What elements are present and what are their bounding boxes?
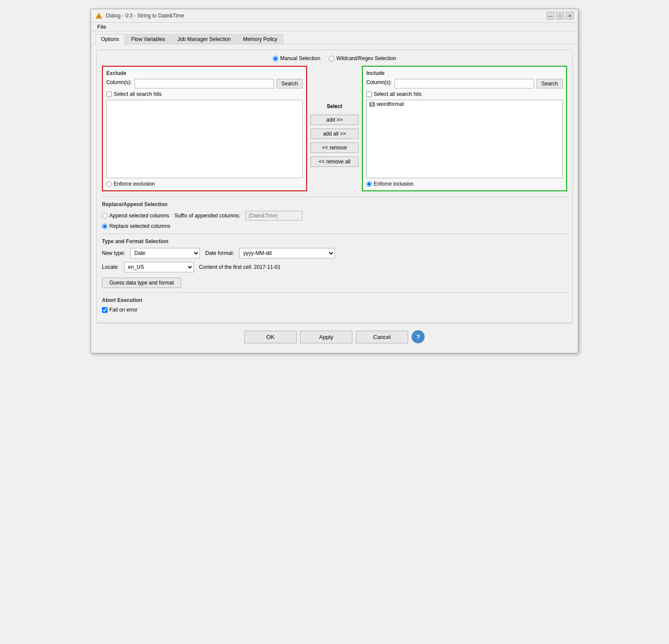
include-enforce-label: Enforce inclusion bbox=[374, 181, 413, 187]
locale-label: Locale: bbox=[102, 264, 119, 270]
app-icon: ! bbox=[95, 12, 102, 19]
title-bar: ! Dialog - 0:3 - String to Date&Time — □… bbox=[91, 9, 578, 23]
content-area: Manual Selection Wildcard/Regex Selectio… bbox=[91, 44, 578, 353]
include-title: Include bbox=[366, 70, 563, 76]
add-all-button[interactable]: add all >> bbox=[311, 129, 358, 139]
title-bar-left: ! Dialog - 0:3 - String to Date&Time bbox=[95, 12, 184, 19]
columns-section: Exclude Column(s): Search Select all sea… bbox=[102, 66, 567, 191]
title-controls: — □ ✕ bbox=[547, 12, 574, 20]
exclude-list-box[interactable] bbox=[106, 100, 303, 178]
exclude-select-all-row: Select all search hits bbox=[106, 91, 303, 97]
footer-buttons: OK Apply Cancel ? bbox=[96, 323, 573, 348]
exclude-select-all-label: Select all search hits bbox=[114, 91, 162, 97]
list-item[interactable]: S weirdformat bbox=[367, 100, 562, 108]
append-radio[interactable] bbox=[102, 213, 108, 219]
wildcard-selection-input[interactable] bbox=[329, 56, 334, 61]
item-name: weirdformat bbox=[377, 101, 404, 107]
menu-bar: File bbox=[91, 23, 578, 31]
tab-flow-variables[interactable]: Flow Variables bbox=[125, 34, 171, 44]
remove-button[interactable]: << remove bbox=[311, 142, 358, 153]
append-radio-label[interactable]: Append selected columns bbox=[102, 213, 169, 219]
type-section: Type and Format Selection New type: Date… bbox=[102, 234, 567, 288]
guess-row: Guess data type and format bbox=[102, 276, 567, 288]
abort-section-title: Abort Execution bbox=[102, 297, 567, 303]
exclude-title: Exclude bbox=[106, 70, 303, 76]
minimize-button[interactable]: — bbox=[547, 12, 554, 20]
include-box: Include Column(s): Search Select all sea… bbox=[362, 66, 567, 191]
type-section-title: Type and Format Selection bbox=[102, 238, 567, 244]
suffix-input[interactable] bbox=[246, 211, 302, 220]
include-select-all-row: Select all search hits bbox=[366, 91, 563, 97]
tab-options[interactable]: Options bbox=[95, 34, 125, 44]
enforce-inclusion-radio[interactable] bbox=[366, 181, 372, 187]
help-button[interactable]: ? bbox=[412, 330, 425, 343]
replace-radio[interactable] bbox=[102, 224, 108, 229]
include-select-all-label: Select all search hits bbox=[374, 91, 422, 97]
append-row: Append selected columns Suffix of append… bbox=[102, 211, 567, 220]
main-panel: Manual Selection Wildcard/Regex Selectio… bbox=[96, 50, 573, 323]
exclude-search-row: Column(s): Search bbox=[106, 79, 303, 88]
include-list-box[interactable]: S weirdformat bbox=[366, 100, 563, 178]
apply-button[interactable]: Apply bbox=[300, 331, 352, 343]
locale-row: Locale: en_US en_GB de_DE Content of the… bbox=[102, 262, 567, 272]
replace-radio-label[interactable]: Replace selected columns bbox=[102, 223, 170, 229]
replace-row: Replace selected columns bbox=[102, 223, 567, 229]
type-badge: S bbox=[369, 102, 375, 107]
include-columns-input[interactable] bbox=[395, 79, 534, 88]
fail-on-error-label: Fail on error bbox=[109, 307, 138, 313]
exclude-search-button[interactable]: Search bbox=[277, 79, 303, 88]
guess-button[interactable]: Guess data type and format bbox=[102, 278, 181, 288]
cancel-button[interactable]: Cancel bbox=[356, 331, 408, 343]
include-select-all-checkbox[interactable] bbox=[366, 92, 372, 97]
exclude-select-all-checkbox[interactable] bbox=[106, 92, 112, 97]
select-title: Select bbox=[327, 103, 342, 109]
first-cell-label: Content of the first cell: 2017-11-01 bbox=[199, 264, 280, 270]
exclude-columns-label: Column(s): bbox=[106, 79, 132, 85]
new-type-row: New type: Date Time DateTime Date format… bbox=[102, 248, 567, 258]
file-menu[interactable]: File bbox=[95, 23, 109, 31]
svg-text:!: ! bbox=[98, 15, 100, 19]
include-columns-label: Column(s): bbox=[366, 79, 392, 85]
fail-on-error-row: Fail on error bbox=[102, 307, 567, 313]
tab-job-manager[interactable]: Job Manager Selection bbox=[172, 34, 237, 44]
manual-selection-input[interactable] bbox=[273, 56, 278, 61]
window-title: Dialog - 0:3 - String to Date&Time bbox=[106, 13, 184, 19]
enforce-exclusion-radio[interactable] bbox=[106, 181, 112, 187]
remove-all-button[interactable]: << remove all bbox=[311, 156, 358, 167]
new-type-label: New type: bbox=[102, 250, 125, 256]
new-type-select[interactable]: Date Time DateTime bbox=[130, 248, 200, 258]
wildcard-selection-radio[interactable]: Wildcard/Regex Selection bbox=[329, 55, 396, 61]
ok-button[interactable]: OK bbox=[244, 331, 297, 343]
tab-memory-policy[interactable]: Memory Policy bbox=[237, 34, 283, 44]
include-search-button[interactable]: Search bbox=[537, 79, 563, 88]
include-search-row: Column(s): Search bbox=[366, 79, 563, 88]
replace-section-title: Replace/Append Selection bbox=[102, 201, 567, 207]
add-button[interactable]: add >> bbox=[311, 115, 358, 125]
abort-section: Abort Execution Fail on error bbox=[102, 292, 567, 313]
exclude-box: Exclude Column(s): Search Select all sea… bbox=[102, 66, 307, 191]
exclude-columns-input[interactable] bbox=[135, 79, 274, 88]
replace-section: Replace/Append Selection Append selected… bbox=[102, 197, 567, 229]
date-format-label: Date format: bbox=[205, 250, 234, 256]
manual-selection-radio[interactable]: Manual Selection bbox=[273, 55, 320, 61]
suffix-label: Suffix of appended columns: bbox=[174, 213, 240, 219]
fail-on-error-checkbox[interactable] bbox=[102, 307, 108, 313]
exclude-enforce-row: Enforce exclusion bbox=[106, 181, 303, 187]
date-format-select[interactable]: yyyy-MM-dd MM/dd/yyyy dd-MM-yyyy bbox=[239, 248, 335, 258]
include-enforce-row: Enforce inclusion bbox=[366, 181, 563, 187]
select-buttons-panel: Select add >> add all >> << remove << re… bbox=[311, 66, 358, 191]
close-button[interactable]: ✕ bbox=[566, 12, 574, 20]
main-window: ! Dialog - 0:3 - String to Date&Time — □… bbox=[91, 9, 578, 353]
tabs-container: Options Flow Variables Job Manager Selec… bbox=[91, 31, 578, 44]
locale-select[interactable]: en_US en_GB de_DE bbox=[124, 262, 194, 272]
selection-mode-row: Manual Selection Wildcard/Regex Selectio… bbox=[102, 55, 567, 61]
exclude-enforce-label: Enforce exclusion bbox=[114, 181, 155, 187]
maximize-button[interactable]: □ bbox=[556, 12, 564, 20]
